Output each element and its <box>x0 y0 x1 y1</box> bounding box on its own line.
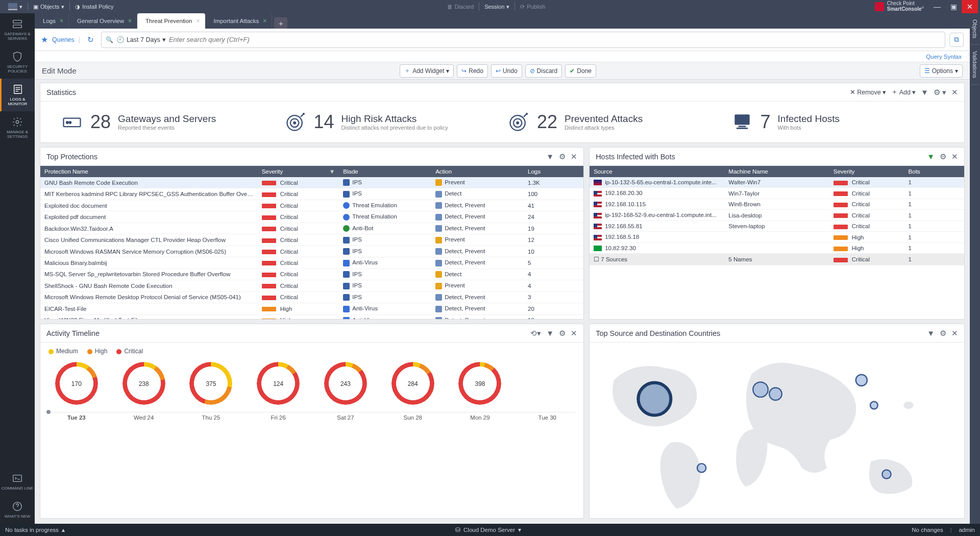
column-header[interactable]: Bots <box>904 166 964 177</box>
query-syntax-link[interactable]: Query Syntax <box>926 54 962 60</box>
gear-icon[interactable]: ⚙ ▾ <box>934 88 946 97</box>
session-menu[interactable]: Session ▾ <box>480 0 513 13</box>
table-row[interactable]: EICAR-Test-File High Anti-Virus Detect, … <box>40 303 583 314</box>
close-icon[interactable]: × <box>60 17 63 25</box>
remove-button[interactable]: ✕ Remove ▾ <box>850 88 886 96</box>
add-button[interactable]: ＋ Add ▾ <box>891 88 916 96</box>
filter-icon[interactable]: ▼ <box>546 152 554 161</box>
table-row[interactable]: 10.82.92.30 High 1 <box>590 242 964 253</box>
tab-general-overview[interactable]: General Overview× <box>69 13 137 29</box>
refresh-icon[interactable]: ⟲▾ <box>530 329 541 338</box>
column-header[interactable]: Blade <box>339 166 431 177</box>
filter-icon[interactable]: ▼ <box>921 88 928 96</box>
table-row[interactable]: 192.168.10.115 Win8-Brown Critical 1 <box>590 199 964 209</box>
table-row[interactable]: Exploited doc document Critical Threat E… <box>40 200 583 211</box>
table-row[interactable]: ip-10-132-5-65.eu-central-1.compute.inte… <box>590 177 964 188</box>
refresh-icon[interactable]: ↻ <box>84 35 97 44</box>
gear-icon[interactable]: ⚙ <box>559 329 566 338</box>
tab-threat-prevention[interactable]: Threat Prevention× <box>137 13 205 29</box>
search-input[interactable] <box>169 33 941 47</box>
close-icon[interactable]: ✕ <box>951 329 958 338</box>
minimize-button[interactable]: — <box>929 0 945 13</box>
undo-button[interactable]: ↩Undo <box>491 64 522 78</box>
column-header[interactable]: Action <box>431 166 524 177</box>
table-row[interactable]: Malicious Binary.balmbij Critical Anti-V… <box>40 257 583 269</box>
close-icon[interactable]: × <box>196 17 200 25</box>
popout-icon[interactable]: ⧉ <box>949 33 964 47</box>
tasks-status[interactable]: No tasks in progress▴ <box>5 526 65 533</box>
donut-day[interactable]: 124 <box>246 362 310 409</box>
close-icon[interactable]: × <box>263 17 266 25</box>
star-icon[interactable]: ★ <box>41 35 48 44</box>
column-header[interactable]: Machine Name <box>724 166 829 177</box>
table-row[interactable]: Microsoft Windows Remote Desktop Protoco… <box>40 291 583 303</box>
donut-day[interactable]: 243 <box>313 362 378 409</box>
column-header[interactable]: Logs <box>524 166 583 177</box>
bots-table[interactable]: SourceMachine NameSeverityBots ip-10-132… <box>590 166 964 265</box>
siderail-gateways[interactable]: GATEWAYS & SERVERS <box>0 13 35 46</box>
stat-item[interactable]: 28 Gateways and Servers Reported these e… <box>61 111 274 133</box>
column-header[interactable]: Protection Name <box>40 166 258 177</box>
current-user[interactable]: admin <box>959 527 975 533</box>
table-row[interactable]: MS-SQL Server Sp_replwritetovarbin Store… <box>40 269 583 280</box>
discard-button[interactable]: 🗑 Discard <box>443 0 478 13</box>
gear-icon[interactable]: ⚙ <box>940 152 946 161</box>
table-row[interactable]: 192.168.20.30 Win7-Taylor Critical 1 <box>590 188 964 199</box>
redo-button[interactable]: ↪Redo <box>457 64 488 78</box>
discard-button[interactable]: ⊘Discard <box>525 64 562 78</box>
tab-logs[interactable]: Logs× <box>35 13 69 29</box>
righttab-objects[interactable]: Objects <box>971 13 979 45</box>
time-range-menu[interactable]: 🕘 Last 7 Days ▾ <box>116 36 166 43</box>
siderail-command-line[interactable]: COMMAND LINE <box>0 468 35 496</box>
stat-item[interactable]: 7 Infected Hosts With bots <box>731 111 944 133</box>
install-policy-button[interactable]: ◑ Install Policy <box>71 0 117 13</box>
table-row[interactable]: GNU Bash Remote Code Execution Critical … <box>40 177 583 188</box>
donut-day[interactable]: 284 <box>381 362 445 409</box>
top-protections-table[interactable]: Protection NameSeverity▼BladeActionLogs … <box>40 166 583 319</box>
table-row[interactable]: Cisco Unified Communications Manager CTL… <box>40 234 583 246</box>
column-header[interactable]: Source <box>590 166 724 177</box>
table-row[interactable]: ShellShock - GNU Bash Remote Code Execut… <box>40 280 583 291</box>
close-icon[interactable]: × <box>128 17 132 25</box>
close-button[interactable]: ✕ <box>962 0 978 13</box>
stat-item[interactable]: 22 Prevented Attacks Distinct attack typ… <box>507 111 721 133</box>
maximize-button[interactable]: ▣ <box>945 0 962 13</box>
siderail-whats-new[interactable]: WHAT'S NEW <box>0 496 35 524</box>
done-button[interactable]: ✔Done <box>565 64 596 78</box>
siderail-logs[interactable]: LOGS & MONITOR <box>0 79 35 111</box>
close-icon[interactable]: ✕ <box>571 329 577 338</box>
donut-day[interactable]: 170 <box>44 362 109 409</box>
column-header[interactable]: Severity <box>829 166 904 177</box>
gear-icon[interactable]: ⚙ <box>940 329 946 338</box>
donut-day[interactable]: 238 <box>112 362 176 409</box>
filter-icon[interactable]: ▼ <box>546 329 554 337</box>
add-tab-button[interactable]: + <box>274 17 287 29</box>
donut-day[interactable]: 398 <box>448 362 512 409</box>
filter-icon[interactable]: ▼ <box>927 152 935 161</box>
app-menu[interactable]: ▾ <box>4 0 27 13</box>
donut-day[interactable] <box>515 362 579 409</box>
table-row[interactable]: 192.168.5.18 High 1 <box>590 232 964 242</box>
table-row[interactable]: Backdoor.Win32.Taidoor.A Critical Anti-B… <box>40 223 583 234</box>
table-row[interactable]: ip-192-168-52-9.eu-central-1.compute.int… <box>590 210 964 221</box>
table-row[interactable]: MIT Kerberos kadmind RPC Library RPCSEC_… <box>40 188 583 200</box>
siderail-policies[interactable]: SECURITY POLICIES <box>0 46 35 79</box>
add-widget-button[interactable]: ＋Add Widget ▾ <box>400 64 454 78</box>
queries-link[interactable]: Queries <box>52 36 75 43</box>
close-icon[interactable]: ✕ <box>951 152 958 161</box>
table-row[interactable]: Exploited pdf document Critical Threat E… <box>40 211 583 223</box>
options-button[interactable]: ☰Options ▾ <box>920 64 963 78</box>
filter-icon[interactable]: ▼ <box>927 329 935 337</box>
close-icon[interactable]: ✕ <box>951 88 958 97</box>
table-row[interactable]: Microsoft Windows RASMAN Service Memory … <box>40 246 583 257</box>
server-status[interactable]: ⛁ Cloud Demo Server ▾ <box>65 526 912 533</box>
stat-item[interactable]: 14 High Risk Attacks Distinct attacks no… <box>284 111 498 133</box>
world-map[interactable] <box>590 343 964 518</box>
siderail-manage[interactable]: MANAGE & SETTINGS <box>0 111 35 144</box>
donut-day[interactable]: 375 <box>179 362 243 409</box>
righttab-validations[interactable]: Validations <box>971 45 979 85</box>
query-box[interactable]: 🔍 🕘 Last 7 Days ▾ <box>101 32 945 48</box>
table-row[interactable]: Virus.WIN32.Eicar-Modified-Test-File Hig… <box>40 314 583 319</box>
gear-icon[interactable]: ⚙ <box>559 152 566 161</box>
publish-button[interactable]: ⟳ Publish <box>516 0 549 13</box>
